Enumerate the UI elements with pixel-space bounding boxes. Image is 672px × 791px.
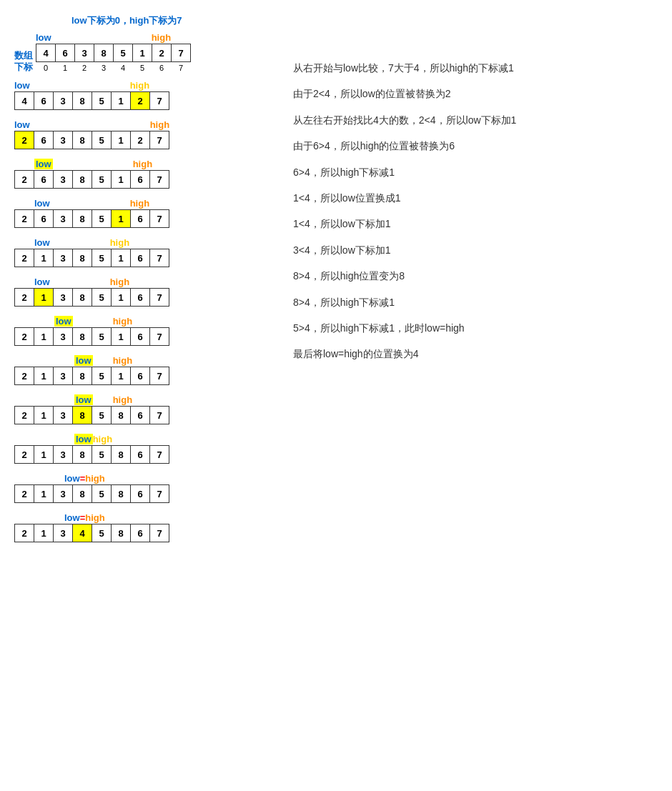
cell-9-6: 6: [130, 406, 150, 424]
cell-3-6: 6: [130, 170, 150, 189]
cells-3: 2 6 3 8 5 1 6 7: [14, 170, 286, 189]
cell-6-2: 3: [53, 288, 73, 307]
array-row-1: low high 4 6 3 8 5 1 2 7: [14, 78, 286, 110]
cell-3-5: 1: [111, 170, 131, 189]
cells-7: 2 1 3 8 5 1 6 7: [14, 327, 286, 346]
low-label-7: low: [54, 316, 73, 327]
cell-3-0: 2: [14, 170, 34, 189]
cells-2: 2 6 3 8 5 1 2 7: [14, 131, 286, 149]
idx-2: 2: [74, 64, 94, 72]
high-label-9: high: [113, 394, 132, 405]
cell-11-6: 6: [130, 484, 150, 503]
idx-6: 6: [152, 64, 172, 72]
cells-10: 2 1 3 8 5 8 6 7: [14, 445, 286, 464]
label-row-10: low high: [14, 432, 286, 444]
cell-11-5: 8: [111, 484, 131, 503]
cell-10-1: 1: [34, 445, 54, 464]
cell-9-0: 2: [14, 406, 34, 424]
idx-5: 5: [132, 64, 152, 72]
loweqhigh-label-11: low=high: [64, 472, 105, 484]
cell-2-0: 2: [14, 131, 34, 149]
low-label-3: low: [34, 159, 53, 169]
cell-1-7: 7: [149, 91, 169, 110]
cell-6-7: 7: [149, 288, 169, 307]
cell-3-7: 7: [149, 170, 169, 189]
label-row-2: low high: [14, 117, 286, 130]
cell-0-5: 1: [132, 44, 152, 62]
cell-12-0: 2: [14, 524, 34, 542]
low-label-2: low: [14, 119, 30, 130]
label-row-5: low high: [14, 235, 286, 248]
cell-8-4: 5: [92, 367, 112, 385]
label-row-12: low=high: [14, 510, 286, 523]
right-panel: 从右开始与low比较，7大于4，所以high的下标减1 由于2<4，所以low的…: [293, 30, 658, 549]
cell-2-4: 5: [92, 131, 112, 149]
cell-5-4: 5: [92, 249, 112, 267]
cell-5-6: 6: [130, 249, 150, 267]
cell-8-2: 3: [53, 367, 73, 385]
cell-4-5: 1: [111, 209, 131, 228]
low-label-5: low: [34, 237, 50, 248]
cell-2-3: 8: [72, 131, 92, 149]
array-row-3: low high 2 6 3 8 5 1 6 7: [14, 156, 286, 189]
cell-1-0: 4: [14, 91, 34, 110]
array-row-12: low=high 2 1 3 4 5 8 6 7: [14, 510, 286, 542]
cells-12: 2 1 3 4 5 8 6 7: [14, 524, 286, 542]
cell-4-2: 3: [53, 209, 73, 228]
cell-3-4: 5: [92, 170, 112, 189]
cell-0-6: 2: [152, 44, 172, 62]
cell-8-7: 7: [149, 367, 169, 385]
array-row-2: low high 2 6 3 8 5 1 2 7: [14, 117, 286, 149]
cell-4-1: 6: [34, 209, 54, 228]
cell-9-5: 8: [111, 406, 131, 424]
cell-7-1: 1: [34, 327, 54, 346]
array-row-5: low high 2 1 3 8 5 1 6 7: [14, 235, 286, 267]
label-row-4: low high: [14, 196, 286, 209]
cell-1-5: 1: [111, 91, 131, 110]
cell-9-4: 5: [92, 406, 112, 424]
high-label-6: high: [110, 277, 129, 287]
cell-6-6: 6: [130, 288, 150, 307]
cell-9-3: 8: [72, 406, 92, 424]
idx-3: 3: [94, 64, 114, 72]
cell-10-7: 7: [149, 445, 169, 464]
cell-5-2: 3: [53, 249, 73, 267]
high-label-7: high: [113, 316, 132, 327]
cell-7-6: 6: [130, 327, 150, 346]
cell-2-7: 7: [149, 131, 169, 149]
cell-8-5: 1: [111, 367, 131, 385]
cell-4-7: 7: [149, 209, 169, 228]
label-row-1: low high: [14, 78, 286, 91]
idx-1: 1: [55, 64, 75, 72]
cell-1-6: 2: [130, 91, 150, 110]
cell-11-0: 2: [14, 484, 34, 503]
cell-6-5: 1: [111, 288, 131, 307]
cell-2-6: 2: [130, 131, 150, 149]
cell-5-0: 2: [14, 249, 34, 267]
cell-7-3: 8: [72, 327, 92, 346]
cell-7-7: 7: [149, 327, 169, 346]
cell-1-1: 6: [34, 91, 54, 110]
right-text-11: 最后将low=high的位置换为4: [293, 346, 658, 362]
idx-4: 4: [113, 64, 133, 72]
cell-9-7: 7: [149, 406, 169, 424]
cell-2-1: 6: [34, 131, 54, 149]
label-row-6: low high: [14, 274, 286, 287]
label-row-8: low high: [14, 353, 286, 366]
cells-0: 4 6 3 8 5 1 2 7: [36, 44, 190, 62]
group-label: 数组 下标: [14, 30, 33, 72]
cell-10-2: 3: [53, 445, 73, 464]
cell-4-6: 6: [130, 209, 150, 228]
cell-7-2: 3: [53, 327, 73, 346]
cell-12-5: 8: [111, 524, 131, 542]
cell-4-3: 8: [72, 209, 92, 228]
right-text-7: 3<4，所以low下标加1: [293, 242, 658, 258]
cell-4-0: 2: [14, 209, 34, 228]
cell-2-5: 1: [111, 131, 131, 149]
cell-3-2: 3: [53, 170, 73, 189]
label-row-11: low=high: [14, 471, 286, 484]
cell-6-4: 5: [92, 288, 112, 307]
cell-2-2: 3: [53, 131, 73, 149]
cells-9: 2 1 3 8 5 8 6 7: [14, 406, 286, 424]
cell-6-1: 1: [34, 288, 54, 307]
